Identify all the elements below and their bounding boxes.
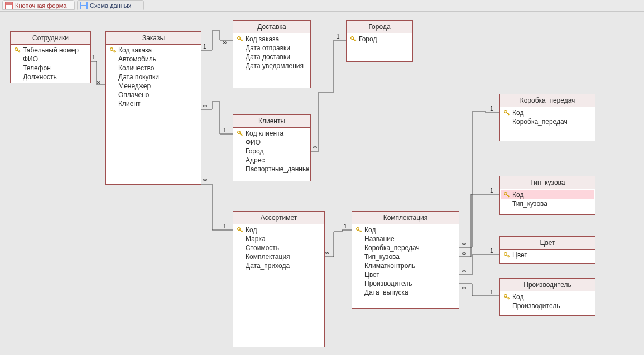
table-row[interactable]: Код заказа	[107, 46, 200, 55]
svg-text:∞: ∞	[462, 285, 466, 291]
table-title: Комплектация	[352, 212, 459, 224]
table-row[interactable]: Дата_выпуска	[353, 288, 458, 297]
field-label: Дата доставки	[246, 53, 290, 61]
table-body: Код Тип_кузова	[500, 189, 595, 209]
svg-text:1: 1	[223, 127, 227, 133]
field-label: Коробка_передач	[512, 118, 568, 126]
field-label: Производитель	[364, 280, 412, 287]
svg-text:∞: ∞	[97, 79, 100, 85]
table-row[interactable]: Тип_кузова	[353, 252, 458, 261]
table-row[interactable]: ФИО	[12, 55, 89, 64]
field-label: Код	[512, 109, 523, 117]
field-label: Название	[364, 235, 395, 243]
table-row[interactable]: Коробка_передач	[501, 117, 594, 126]
form-icon	[5, 2, 13, 9]
table-orders[interactable]: Заказы Код заказа Автомобиль Количество …	[105, 31, 201, 185]
table-delivery[interactable]: Доставка Код заказа Дата отправки Дата д…	[233, 20, 311, 88]
relationships-icon	[80, 2, 88, 9]
field-label: Город	[359, 35, 377, 43]
table-assortment[interactable]: Ассортимет Код Марка Стоимость Комплекта…	[233, 211, 325, 347]
field-label: Стоимость	[246, 244, 279, 252]
table-row[interactable]: Код	[234, 226, 323, 234]
svg-text:1: 1	[490, 248, 493, 254]
table-row[interactable]: Код клиента	[234, 129, 309, 138]
svg-text:∞: ∞	[462, 241, 466, 247]
table-row[interactable]: Цвет	[353, 270, 458, 279]
field-label: Производитель	[512, 302, 560, 310]
table-employees[interactable]: Сотрудники Табельный номер ФИО Телефон Д…	[10, 31, 91, 83]
svg-text:1: 1	[344, 223, 347, 229]
table-row[interactable]: Тип_кузова	[501, 199, 594, 208]
table-cities[interactable]: Города Город	[346, 20, 413, 62]
table-title: Сотрудники	[11, 32, 90, 45]
table-row[interactable]: Название	[353, 234, 458, 243]
table-row[interactable]: Цвет	[501, 251, 594, 260]
table-bodytype[interactable]: Тип_кузова Код Тип_кузова	[499, 176, 595, 215]
table-manufacturer[interactable]: Производитель Код Производитель	[499, 278, 595, 316]
table-body: Код Коробка_передач	[500, 107, 595, 127]
svg-text:1: 1	[92, 54, 95, 60]
table-row[interactable]: Код	[501, 108, 594, 117]
key-icon	[14, 47, 21, 54]
table-row[interactable]: Стоимость	[234, 243, 323, 252]
table-row[interactable]: Климатконтроль	[353, 261, 458, 270]
key-icon	[503, 191, 510, 198]
field-label: Код	[512, 191, 523, 199]
table-color[interactable]: Цвет Цвет	[499, 236, 595, 264]
table-gearbox[interactable]: Коробка_передач Код Коробка_передач	[499, 94, 595, 141]
field-label: Цвет	[364, 271, 379, 279]
table-row[interactable]: Менеджер	[107, 81, 200, 90]
table-row[interactable]: Должность	[12, 73, 89, 81]
svg-text:∞: ∞	[462, 268, 466, 274]
table-row[interactable]: Количество	[107, 64, 200, 73]
key-icon	[355, 227, 362, 233]
table-row[interactable]: Дата уведомления	[234, 61, 309, 70]
field-label: Марка	[246, 235, 266, 243]
table-row[interactable]: Производитель	[501, 301, 594, 310]
table-row[interactable]: Дата_прихода	[234, 261, 323, 270]
table-body: Код заказа Автомобиль Количество Дата по…	[106, 45, 201, 109]
svg-text:1: 1	[490, 289, 493, 295]
table-body: Код клиента ФИО Город Адрес Паспортные_д…	[233, 128, 310, 175]
table-row[interactable]: Дата покупки	[107, 73, 200, 81]
table-row[interactable]: Телефон	[12, 64, 89, 73]
field-label: Дата уведомления	[246, 62, 304, 70]
table-row[interactable]: Клиент	[107, 99, 200, 108]
key-icon	[109, 47, 116, 54]
table-row[interactable]: Табельный номер	[12, 46, 89, 55]
field-label: Клиент	[118, 100, 141, 108]
table-row[interactable]: ФИО	[234, 138, 309, 147]
table-row[interactable]: Код	[501, 190, 594, 199]
svg-text:1: 1	[203, 44, 206, 50]
table-clients[interactable]: Клиенты Код клиента ФИО Город Адрес Пасп…	[233, 114, 311, 181]
table-row[interactable]: Город	[234, 147, 309, 156]
field-label: ФИО	[23, 55, 38, 63]
table-row[interactable]: Дата отправки	[234, 44, 309, 52]
table-row[interactable]: Автомобиль	[107, 55, 200, 64]
table-row[interactable]: Комплектация	[234, 252, 323, 261]
field-label: ФИО	[246, 138, 261, 146]
tab-form[interactable]: Кнопочная форма	[2, 0, 75, 10]
table-title: Заказы	[106, 32, 201, 45]
field-label: Код заказа	[118, 46, 152, 54]
key-icon	[237, 36, 243, 42]
table-row[interactable]: Коробка_передач	[353, 243, 458, 252]
table-row[interactable]: Дата доставки	[234, 52, 309, 61]
table-spec[interactable]: Комплектация Код Название Коробка_переда…	[352, 211, 459, 309]
key-icon	[237, 227, 243, 233]
table-row[interactable]: Код	[353, 226, 458, 234]
relationships-canvas[interactable]: 1 ∞ 1 ∞ ∞ 1 ∞ 1 ∞ 1 ∞ 1 ∞ 1 ∞ 1 ∞ 1	[0, 11, 644, 355]
field-label: Дата_прихода	[246, 262, 290, 270]
table-row[interactable]: Код заказа	[234, 35, 309, 44]
table-row[interactable]: Адрес	[234, 156, 309, 165]
tab-relationships[interactable]: Схема данных	[77, 0, 144, 10]
table-row[interactable]: Производитель	[353, 279, 458, 288]
table-row[interactable]: Оплачено	[107, 90, 200, 99]
field-label: Комплектация	[246, 253, 290, 261]
table-row[interactable]: Код	[501, 292, 594, 301]
table-row[interactable]: Марка	[234, 234, 323, 243]
field-label: Код	[246, 226, 257, 234]
table-row[interactable]: Город	[348, 35, 411, 44]
table-row[interactable]: Паспортные_данные	[234, 165, 309, 174]
field-label: Менеджер	[118, 82, 151, 90]
